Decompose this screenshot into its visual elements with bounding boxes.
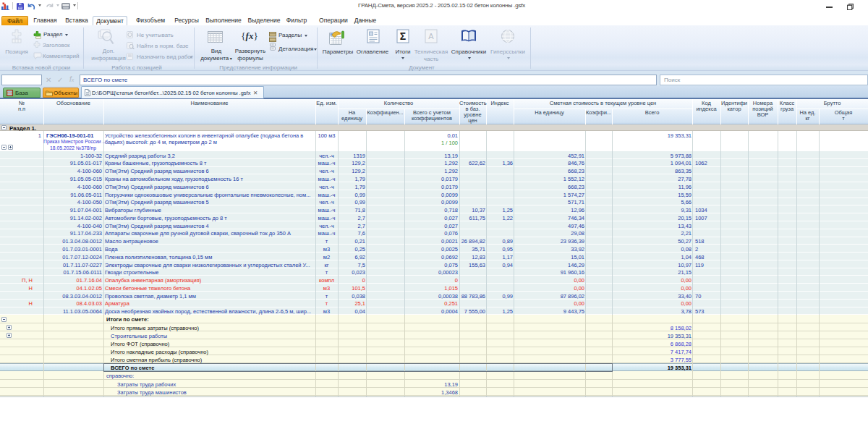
svg-text:A: A xyxy=(428,32,434,41)
svg-text:Σ: Σ xyxy=(400,30,406,42)
